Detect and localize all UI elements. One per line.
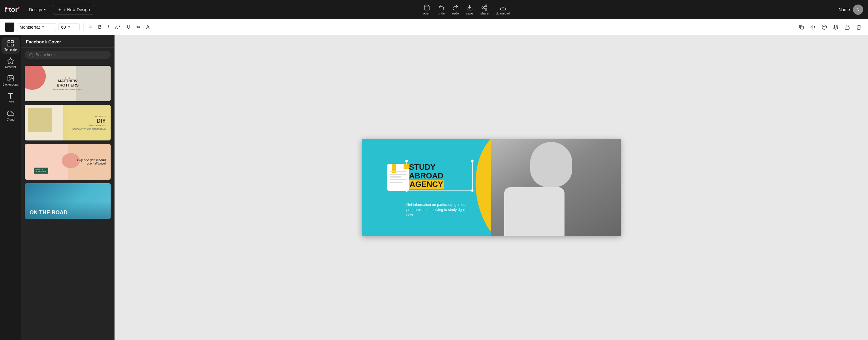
template-card-harvey[interactable]: Buy one get second one half price! HARVE… <box>24 144 111 180</box>
lock-button[interactable] <box>843 23 852 31</box>
format-toolbar: Montserrat ▼ 60 ▼ ≡ B I A▲ U ⇔ A <box>0 19 868 35</box>
sidebar-item-template[interactable]: Template <box>1 37 20 54</box>
texts-icon <box>7 92 14 99</box>
user-name: Name <box>839 7 850 12</box>
sidebar-item-background[interactable]: Background <box>1 72 20 89</box>
canvas-area[interactable]: STUDY ABROAD AGENCY Get information on p… <box>115 35 868 340</box>
underline-button[interactable]: U <box>125 23 132 31</box>
panel-header: Facebook Cover <box>21 35 114 48</box>
template-card-road[interactable]: ON THE ROAD <box>24 183 111 219</box>
underline-icon: U <box>127 24 130 30</box>
svg-point-9 <box>822 25 827 29</box>
template-card-matthew[interactable]: THE MATTHEWBROTHERS Follow us and explor… <box>24 65 111 102</box>
handle-bottom-right[interactable] <box>471 189 474 192</box>
letter-spacing-button[interactable]: ⇔ <box>134 23 142 31</box>
mask-button[interactable] <box>820 23 829 31</box>
open-button[interactable]: open <box>423 4 430 15</box>
format-right-actions <box>797 23 863 31</box>
sidebar-item-cloud[interactable]: Cloud <box>1 107 20 124</box>
bold-icon: B <box>98 24 102 30</box>
diy-label-3: Ideas and tricks <box>72 124 106 127</box>
search-icon <box>29 53 33 57</box>
layer-icon <box>833 24 838 30</box>
canvas-title-line1: STUDY ABROAD <box>409 163 470 180</box>
svg-point-2 <box>485 4 487 6</box>
search-input[interactable] <box>36 53 106 57</box>
font-size-selector[interactable]: 60 ▼ <box>59 23 80 31</box>
toolbar-right: Name N <box>839 4 863 15</box>
new-design-button[interactable]: ＋ + New Design <box>53 5 95 14</box>
sidebar-icons: Template Material Background Texts <box>0 35 21 340</box>
share-icon <box>481 4 488 11</box>
italic-button[interactable]: I <box>106 23 111 31</box>
svg-line-6 <box>484 6 485 7</box>
font-family-value: Montserrat <box>20 25 40 30</box>
svg-rect-8 <box>801 26 804 29</box>
bold-button[interactable]: B <box>96 23 104 31</box>
svg-rect-0 <box>424 6 429 10</box>
redo-button[interactable]: redo <box>452 4 459 15</box>
design-menu-button[interactable]: Design ▼ <box>26 5 50 14</box>
flip-button[interactable] <box>808 23 817 31</box>
road-title: ON THE ROAD <box>30 210 67 216</box>
sidebar-item-template-label: Template <box>4 48 17 51</box>
harvey-label-1: Buy one get second <box>77 159 106 162</box>
svg-rect-10 <box>845 27 849 29</box>
search-bar <box>21 48 114 62</box>
save-button[interactable]: save <box>466 4 473 15</box>
diy-label-2: DIY <box>72 118 106 124</box>
canvas-design: STUDY ABROAD AGENCY Get information on p… <box>362 139 621 236</box>
svg-point-4 <box>485 8 487 10</box>
sidebar-item-texts[interactable]: Texts <box>1 90 20 106</box>
sidebar-item-background-label: Background <box>2 83 19 86</box>
canvas-wrapper: STUDY ABROAD AGENCY Get information on p… <box>362 139 621 236</box>
canvas-text-element[interactable]: STUDY ABROAD AGENCY <box>406 161 472 191</box>
font-size-adjust-button[interactable]: A▲ <box>113 23 123 31</box>
delete-button[interactable] <box>854 23 863 31</box>
undo-icon <box>438 4 444 11</box>
svg-point-17 <box>9 77 10 78</box>
canvas-title-line2: AGENCY <box>409 180 444 189</box>
mask-icon <box>822 24 827 30</box>
avatar[interactable]: N <box>853 4 863 15</box>
top-toolbar: fotor® Design ▼ ＋ + New Design open undo… <box>0 0 868 19</box>
cloud-icon <box>7 110 14 117</box>
material-icon <box>7 57 14 64</box>
delete-icon <box>856 24 861 30</box>
download-button[interactable]: download <box>496 4 510 15</box>
handle-top-right[interactable] <box>471 159 474 162</box>
logo-text: fotor® <box>5 6 20 13</box>
toolbar-center-actions: open undo redo save share download <box>98 4 835 15</box>
sidebar-item-material-label: Material <box>5 65 16 69</box>
new-design-label: + New Design <box>64 7 90 12</box>
diy-label-1: all kinds of <box>72 115 106 118</box>
svg-rect-12 <box>11 41 13 43</box>
text-case-button[interactable]: A <box>144 23 151 31</box>
harvey-label-2: one half price! <box>77 162 106 165</box>
share-button[interactable]: share <box>480 4 489 15</box>
font-size-adjust-icon: A▲ <box>115 24 121 30</box>
layer-button[interactable] <box>831 23 840 31</box>
duplicate-icon <box>799 24 804 30</box>
diy-label-4: INFORMATIVE AND INTERESTING <box>72 128 106 130</box>
duplicate-button[interactable] <box>797 23 806 31</box>
flip-icon <box>810 24 815 30</box>
template-panel: Facebook Cover THE MATTHEWBROTHERS Follo… <box>21 35 115 340</box>
format-divider-1 <box>83 23 84 31</box>
panel-title: Facebook Cover <box>26 39 61 44</box>
chevron-down-icon: ▼ <box>43 8 46 11</box>
font-family-selector[interactable]: Montserrat ▼ <box>17 23 56 31</box>
road-text: ON THE ROAD <box>30 210 67 216</box>
italic-icon: I <box>107 24 109 30</box>
svg-rect-11 <box>8 41 10 43</box>
open-icon <box>424 4 430 11</box>
plus-icon: ＋ <box>58 7 62 12</box>
canvas-subtitle: Get information on participating in our … <box>406 202 472 217</box>
sidebar-item-texts-label: Texts <box>7 100 14 104</box>
text-color-swatch[interactable] <box>5 22 14 32</box>
undo-button[interactable]: undo <box>438 4 445 15</box>
handle-top-left[interactable] <box>405 159 408 162</box>
sidebar-item-material[interactable]: Material <box>1 55 20 71</box>
template-card-diy[interactable]: all kinds of DIY Ideas and tricks INFORM… <box>24 104 111 141</box>
align-button[interactable]: ≡ <box>87 23 94 31</box>
